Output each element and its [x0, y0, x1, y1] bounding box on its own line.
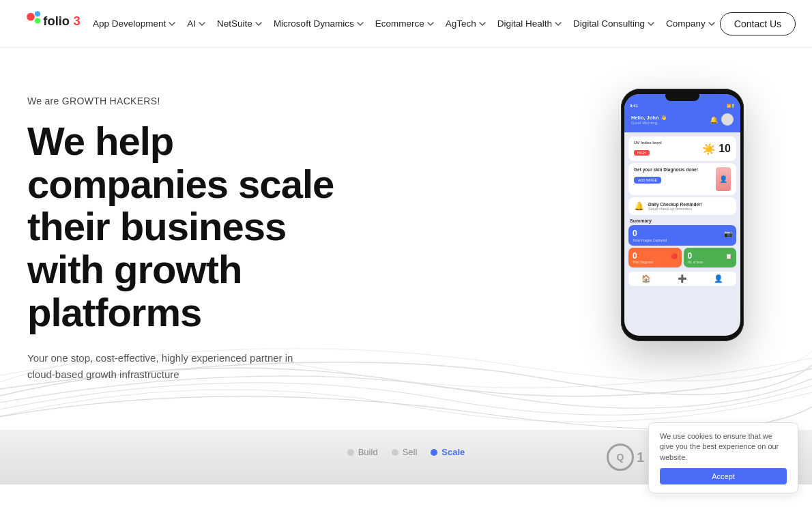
- navbar: folio 3 App Development AI NetSuite Micr…: [0, 0, 812, 48]
- chevron-down-icon: [554, 20, 562, 28]
- nav-item-ecommerce[interactable]: Ecommerce: [371, 14, 439, 33]
- hero-section: We are GROWTH HACKERS! We help companies…: [0, 48, 812, 430]
- camera-icon: 📷: [724, 230, 732, 237]
- skin-card: Get your skin Diagnosis done! ADD IMAGE …: [628, 163, 736, 195]
- svg-text:3: 3: [74, 14, 81, 28]
- phone-bottom-nav: 🏠 ➕ 👤: [628, 272, 736, 286]
- svg-text:folio: folio: [43, 14, 70, 28]
- summary-title: Summary: [630, 218, 735, 223]
- svg-point-1: [35, 11, 40, 16]
- phone-screen: 9:41 📶🔋 Hello, John 👋 Good Morning 🔔: [624, 94, 740, 336]
- reminder-sub: Setup check-up reminders: [648, 207, 702, 211]
- uv-label: UV Index level: [634, 141, 662, 145]
- dot-indicator: [347, 449, 354, 456]
- add-nav-icon[interactable]: ➕: [678, 274, 687, 283]
- tests-count: 0: [688, 251, 693, 261]
- summary-tests-item: 0 📋 No. of tests: [684, 248, 737, 267]
- summary-grid: 0 📷 Total Images Captured 0 🔴 Total Diag…: [628, 225, 736, 267]
- cookie-text: We use cookies to ensure that we give yo…: [660, 431, 787, 463]
- nav-item-agtech[interactable]: AgTech: [441, 14, 491, 33]
- bell-icon: 🔔: [710, 116, 718, 124]
- phone-frame: 9:41 📶🔋 Hello, John 👋 Good Morning 🔔: [621, 89, 744, 341]
- hero-description: Your one stop, cost-effective, highly ex…: [27, 350, 321, 383]
- nav-item-app-development[interactable]: App Development: [89, 14, 180, 33]
- nav-item-digital-health[interactable]: Digital Health: [493, 14, 566, 33]
- dot-label: Scale: [441, 447, 465, 457]
- chevron-down-icon: [478, 20, 487, 28]
- reminder-card: 🔔 Daily Checkup Reminder! Setup check-up…: [628, 197, 736, 215]
- dot-label: Sell: [403, 447, 418, 457]
- phone-notch: [665, 94, 699, 101]
- slide-dots: Build Sell Scale: [347, 447, 465, 457]
- nav-item-company[interactable]: Company: [662, 14, 720, 33]
- dot-sell[interactable]: Sell: [392, 447, 418, 457]
- dot-indicator: [431, 449, 437, 456]
- uv-number: 10: [719, 143, 731, 155]
- greeting-sub: Good Morning: [631, 121, 667, 125]
- sun-icon: ☀️: [702, 143, 716, 156]
- skin-image: 👤: [716, 167, 731, 191]
- dot-build[interactable]: Build: [347, 447, 378, 457]
- app-greeting: Hello, John 👋 Good Morning: [631, 115, 667, 125]
- status-time: 9:41: [630, 104, 638, 108]
- reminder-title: Daily Checkup Reminder!: [648, 202, 702, 207]
- skin-add-button[interactable]: ADD IMAGE: [634, 177, 661, 184]
- nav-item-netsuite[interactable]: NetSuite: [213, 14, 267, 33]
- uv-card: UV Index level HIGH ☀️ 10: [628, 136, 736, 161]
- diagnosis-count: 0: [633, 251, 637, 261]
- cookie-accept-button[interactable]: Accept: [660, 468, 787, 484]
- diagnosis-desc: Total Diagnosis: [633, 261, 678, 264]
- chevron-down-icon: [356, 20, 364, 28]
- tests-icon: 📋: [725, 253, 732, 259]
- chevron-down-icon: [647, 20, 655, 28]
- skin-label: Get your skin Diagnosis done!: [634, 167, 698, 172]
- dot-label: Build: [358, 447, 378, 457]
- home-nav-icon[interactable]: 🏠: [641, 274, 651, 283]
- profile-nav-icon[interactable]: 👤: [714, 274, 723, 283]
- contact-us-button[interactable]: Contact Us: [720, 12, 796, 35]
- chevron-down-icon: [708, 20, 716, 28]
- uv-badge: HIGH: [634, 150, 650, 156]
- images-count: 0: [633, 229, 637, 238]
- dot-indicator: [392, 449, 398, 456]
- hero-heading: We help companies scale their business w…: [27, 120, 368, 334]
- greeting-text: Hello, John 👋: [631, 115, 667, 121]
- logo[interactable]: folio 3: [20, 7, 89, 41]
- hero-text: We are GROWTH HACKERS! We help companies…: [27, 89, 368, 383]
- hero-phone-mockup: 9:41 📶🔋 Hello, John 👋 Good Morning 🔔: [621, 89, 744, 341]
- summary-images-item: 0 📷 Total Images Captured: [628, 225, 736, 246]
- status-icons: 📶🔋: [727, 104, 735, 108]
- nav-item-microsoft-dynamics[interactable]: Microsoft Dynamics: [270, 14, 368, 33]
- chevron-down-icon: [255, 20, 263, 28]
- bell-reminder-icon: 🔔: [634, 201, 644, 211]
- diagnosis-icon: 🔴: [671, 253, 678, 259]
- q1-logo: Q 1: [607, 444, 644, 471]
- nav-item-digital-consulting[interactable]: Digital Consulting: [569, 14, 659, 33]
- dot-scale[interactable]: Scale: [431, 447, 465, 457]
- avatar: [721, 113, 734, 126]
- svg-point-0: [27, 12, 35, 20]
- cookie-banner: We use cookies to ensure that we give yo…: [648, 422, 798, 493]
- nav-menu: App Development AI NetSuite Microsoft Dy…: [89, 14, 720, 33]
- hero-subheading: We are GROWTH HACKERS!: [27, 96, 368, 106]
- chevron-down-icon: [168, 20, 176, 28]
- images-desc: Total Images Captured: [633, 238, 732, 242]
- tests-desc: No. of tests: [688, 261, 733, 264]
- summary-diagnosis-item: 0 🔴 Total Diagnosis: [628, 248, 682, 267]
- chevron-down-icon: [198, 20, 206, 28]
- chevron-down-icon: [426, 20, 435, 28]
- nav-item-ai[interactable]: AI: [183, 14, 210, 33]
- svg-point-2: [35, 18, 40, 23]
